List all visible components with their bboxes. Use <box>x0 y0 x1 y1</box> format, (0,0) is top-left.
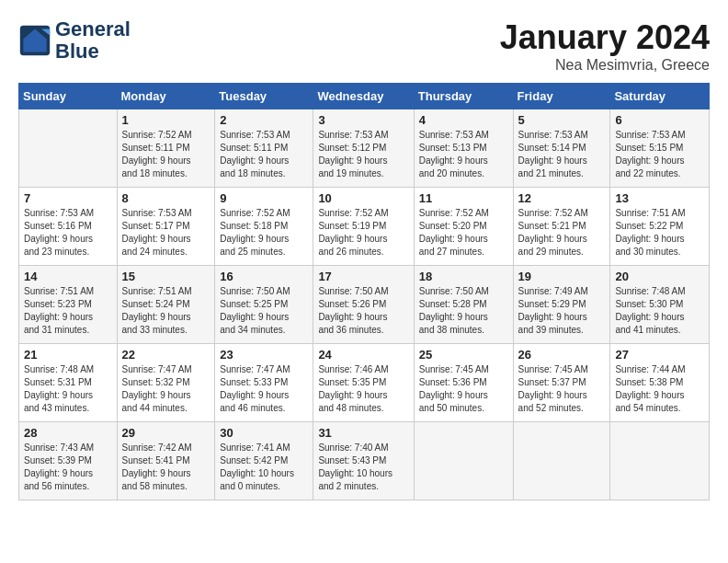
calendar-cell: 20Sunrise: 7:48 AM Sunset: 5:30 PM Dayli… <box>610 266 710 344</box>
day-number: 25 <box>419 348 508 362</box>
day-info: Sunrise: 7:53 AM Sunset: 5:15 PM Dayligh… <box>615 129 704 180</box>
day-info: Sunrise: 7:53 AM Sunset: 5:16 PM Dayligh… <box>24 207 112 259</box>
day-info: Sunrise: 7:53 AM Sunset: 5:17 PM Dayligh… <box>122 207 210 259</box>
calendar-cell: 9Sunrise: 7:52 AM Sunset: 5:18 PM Daylig… <box>215 188 313 266</box>
day-info: Sunrise: 7:53 AM Sunset: 5:12 PM Dayligh… <box>318 129 408 180</box>
day-number: 6 <box>615 113 704 127</box>
calendar-cell: 4Sunrise: 7:53 AM Sunset: 5:13 PM Daylig… <box>414 109 513 188</box>
day-info: Sunrise: 7:52 AM Sunset: 5:21 PM Dayligh… <box>518 207 606 259</box>
day-info: Sunrise: 7:47 AM Sunset: 5:32 PM Dayligh… <box>122 363 210 415</box>
day-info: Sunrise: 7:52 AM Sunset: 5:11 PM Dayligh… <box>122 129 210 180</box>
calendar-cell: 12Sunrise: 7:52 AM Sunset: 5:21 PM Dayli… <box>513 188 610 266</box>
day-number: 30 <box>220 426 308 440</box>
day-number: 27 <box>615 348 704 362</box>
calendar-cell: 17Sunrise: 7:50 AM Sunset: 5:26 PM Dayli… <box>313 266 414 344</box>
day-info: Sunrise: 7:49 AM Sunset: 5:29 PM Dayligh… <box>518 285 606 337</box>
day-number: 3 <box>318 113 408 127</box>
logo-icon <box>18 24 51 57</box>
day-number: 10 <box>318 191 408 205</box>
day-info: Sunrise: 7:48 AM Sunset: 5:31 PM Dayligh… <box>24 363 112 415</box>
day-info: Sunrise: 7:52 AM Sunset: 5:19 PM Dayligh… <box>318 207 408 259</box>
logo-text: General Blue <box>55 18 131 63</box>
day-info: Sunrise: 7:51 AM Sunset: 5:24 PM Dayligh… <box>122 285 210 337</box>
day-number: 8 <box>122 191 210 205</box>
logo: General Blue <box>18 18 131 63</box>
day-number: 31 <box>318 426 408 440</box>
calendar-cell: 5Sunrise: 7:53 AM Sunset: 5:14 PM Daylig… <box>513 109 610 188</box>
calendar-cell: 18Sunrise: 7:50 AM Sunset: 5:28 PM Dayli… <box>414 266 513 344</box>
calendar-week-row: 7Sunrise: 7:53 AM Sunset: 5:16 PM Daylig… <box>19 188 710 266</box>
calendar-cell: 24Sunrise: 7:46 AM Sunset: 5:35 PM Dayli… <box>313 344 414 422</box>
day-info: Sunrise: 7:51 AM Sunset: 5:23 PM Dayligh… <box>24 285 112 337</box>
day-info: Sunrise: 7:46 AM Sunset: 5:35 PM Dayligh… <box>318 363 408 415</box>
weekday-header-monday: Monday <box>117 84 215 109</box>
calendar-cell: 7Sunrise: 7:53 AM Sunset: 5:16 PM Daylig… <box>19 188 118 266</box>
page-header: General Blue January 2024 Nea Mesimvria,… <box>18 18 710 74</box>
day-info: Sunrise: 7:47 AM Sunset: 5:33 PM Dayligh… <box>220 363 308 415</box>
day-number: 13 <box>615 191 704 205</box>
calendar-cell: 14Sunrise: 7:51 AM Sunset: 5:23 PM Dayli… <box>19 266 118 344</box>
calendar-cell <box>610 422 710 500</box>
calendar-cell: 22Sunrise: 7:47 AM Sunset: 5:32 PM Dayli… <box>117 344 215 422</box>
day-number: 24 <box>318 348 408 362</box>
day-number: 29 <box>122 426 210 440</box>
day-info: Sunrise: 7:40 AM Sunset: 5:43 PM Dayligh… <box>318 442 408 493</box>
day-number: 20 <box>615 270 704 283</box>
day-info: Sunrise: 7:44 AM Sunset: 5:38 PM Dayligh… <box>615 363 704 415</box>
day-info: Sunrise: 7:48 AM Sunset: 5:30 PM Dayligh… <box>615 285 704 337</box>
day-number: 7 <box>24 191 112 205</box>
day-number: 11 <box>419 191 508 205</box>
calendar-cell: 27Sunrise: 7:44 AM Sunset: 5:38 PM Dayli… <box>610 344 710 422</box>
day-info: Sunrise: 7:45 AM Sunset: 5:36 PM Dayligh… <box>419 363 508 415</box>
day-number: 4 <box>419 113 508 127</box>
day-info: Sunrise: 7:53 AM Sunset: 5:11 PM Dayligh… <box>220 129 308 180</box>
day-info: Sunrise: 7:45 AM Sunset: 5:37 PM Dayligh… <box>518 363 606 415</box>
day-number: 18 <box>419 270 508 283</box>
calendar-cell: 1Sunrise: 7:52 AM Sunset: 5:11 PM Daylig… <box>117 109 215 188</box>
calendar-cell: 2Sunrise: 7:53 AM Sunset: 5:11 PM Daylig… <box>215 109 313 188</box>
calendar-cell: 8Sunrise: 7:53 AM Sunset: 5:17 PM Daylig… <box>117 188 215 266</box>
calendar-cell: 19Sunrise: 7:49 AM Sunset: 5:29 PM Dayli… <box>513 266 610 344</box>
weekday-header-thursday: Thursday <box>414 84 513 109</box>
day-number: 22 <box>122 348 210 362</box>
day-number: 19 <box>518 270 606 283</box>
calendar-cell: 25Sunrise: 7:45 AM Sunset: 5:36 PM Dayli… <box>414 344 513 422</box>
day-number: 15 <box>122 270 210 283</box>
calendar-cell: 13Sunrise: 7:51 AM Sunset: 5:22 PM Dayli… <box>610 188 710 266</box>
weekday-header-row: SundayMondayTuesdayWednesdayThursdayFrid… <box>19 84 710 109</box>
day-number: 5 <box>518 113 606 127</box>
calendar-cell <box>513 422 610 500</box>
title-block: January 2024 Nea Mesimvria, Greece <box>500 18 710 74</box>
day-info: Sunrise: 7:53 AM Sunset: 5:13 PM Dayligh… <box>419 129 508 180</box>
day-info: Sunrise: 7:50 AM Sunset: 5:26 PM Dayligh… <box>318 285 408 337</box>
calendar-cell: 26Sunrise: 7:45 AM Sunset: 5:37 PM Dayli… <box>513 344 610 422</box>
day-number: 17 <box>318 270 408 283</box>
calendar-cell: 23Sunrise: 7:47 AM Sunset: 5:33 PM Dayli… <box>215 344 313 422</box>
calendar-cell: 6Sunrise: 7:53 AM Sunset: 5:15 PM Daylig… <box>610 109 710 188</box>
day-info: Sunrise: 7:52 AM Sunset: 5:18 PM Dayligh… <box>220 207 308 259</box>
day-number: 12 <box>518 191 606 205</box>
calendar-week-row: 1Sunrise: 7:52 AM Sunset: 5:11 PM Daylig… <box>19 109 710 188</box>
weekday-header-sunday: Sunday <box>19 84 118 109</box>
day-info: Sunrise: 7:50 AM Sunset: 5:28 PM Dayligh… <box>419 285 508 337</box>
day-info: Sunrise: 7:41 AM Sunset: 5:42 PM Dayligh… <box>220 442 308 493</box>
calendar-cell: 3Sunrise: 7:53 AM Sunset: 5:12 PM Daylig… <box>313 109 414 188</box>
day-info: Sunrise: 7:51 AM Sunset: 5:22 PM Dayligh… <box>615 207 704 259</box>
weekday-header-wednesday: Wednesday <box>313 84 414 109</box>
day-number: 9 <box>220 191 308 205</box>
weekday-header-friday: Friday <box>513 84 610 109</box>
calendar-cell: 30Sunrise: 7:41 AM Sunset: 5:42 PM Dayli… <box>215 422 313 500</box>
location-subtitle: Nea Mesimvria, Greece <box>500 57 710 74</box>
calendar-cell <box>414 422 513 500</box>
day-number: 2 <box>220 113 308 127</box>
calendar-cell: 16Sunrise: 7:50 AM Sunset: 5:25 PM Dayli… <box>215 266 313 344</box>
day-info: Sunrise: 7:52 AM Sunset: 5:20 PM Dayligh… <box>419 207 508 259</box>
calendar-cell: 31Sunrise: 7:40 AM Sunset: 5:43 PM Dayli… <box>313 422 414 500</box>
day-number: 23 <box>220 348 308 362</box>
day-number: 26 <box>518 348 606 362</box>
calendar-cell: 10Sunrise: 7:52 AM Sunset: 5:19 PM Dayli… <box>313 188 414 266</box>
calendar-cell: 11Sunrise: 7:52 AM Sunset: 5:20 PM Dayli… <box>414 188 513 266</box>
calendar-cell: 28Sunrise: 7:43 AM Sunset: 5:39 PM Dayli… <box>19 422 118 500</box>
day-number: 28 <box>24 426 112 440</box>
calendar-table: SundayMondayTuesdayWednesdayThursdayFrid… <box>18 83 710 500</box>
